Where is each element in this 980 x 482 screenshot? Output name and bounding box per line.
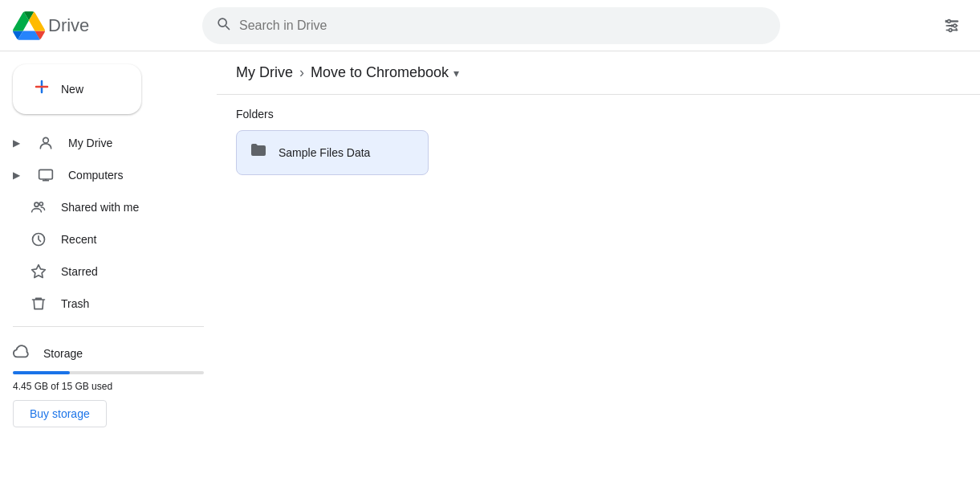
search-bar xyxy=(202,7,780,44)
expand-arrow-icon: ▶ xyxy=(13,170,20,181)
svg-point-9 xyxy=(948,19,951,22)
new-button[interactable]: New xyxy=(13,64,141,114)
sidebar-item-label: Computers xyxy=(68,169,123,182)
trash-icon xyxy=(29,296,48,312)
sidebar: New ▶ My Drive ▶ Computer xyxy=(0,51,217,482)
storage-used-text: 4.45 GB of 15 GB used xyxy=(13,381,204,392)
folder-card[interactable]: Sample Files Data xyxy=(236,130,429,175)
sidebar-item-my-drive[interactable]: ▶ My Drive xyxy=(0,127,204,159)
breadcrumb-dropdown-icon: ▾ xyxy=(453,67,459,80)
computers-icon xyxy=(36,167,55,183)
main-content: My Drive › Move to Chromebook ▾ Folders … xyxy=(217,51,980,482)
sidebar-item-label: Recent xyxy=(61,233,96,246)
sidebar-divider xyxy=(13,326,204,327)
body: New ▶ My Drive ▶ Computer xyxy=(0,51,980,482)
breadcrumb: My Drive › Move to Chromebook ▾ xyxy=(217,51,980,95)
breadcrumb-parent[interactable]: My Drive xyxy=(236,64,293,81)
content-area: Folders Sample Files Data xyxy=(217,95,980,188)
sidebar-item-computers[interactable]: ▶ Computers xyxy=(0,159,204,191)
breadcrumb-current[interactable]: Move to Chromebook ▾ xyxy=(311,64,459,81)
svg-point-18 xyxy=(35,202,39,206)
app-title: Drive xyxy=(48,15,89,36)
plus-icon xyxy=(32,77,51,101)
my-drive-icon xyxy=(36,135,55,151)
storage-title: Storage xyxy=(43,347,83,360)
new-button-label: New xyxy=(61,83,83,96)
header: Drive xyxy=(0,0,980,51)
storage-section: Storage 4.45 GB of 15 GB used Buy storag… xyxy=(0,333,217,437)
storage-bar-background xyxy=(13,371,204,374)
sidebar-item-label: Trash xyxy=(61,297,89,310)
clock-icon xyxy=(29,231,48,247)
sidebar-item-label: My Drive xyxy=(68,137,112,149)
svg-point-11 xyxy=(949,28,952,31)
buy-storage-button[interactable]: Buy storage xyxy=(13,400,107,427)
search-input[interactable] xyxy=(239,18,767,33)
breadcrumb-separator: › xyxy=(299,64,304,81)
star-icon xyxy=(29,263,48,280)
svg-point-19 xyxy=(39,202,43,206)
svg-point-14 xyxy=(43,137,49,143)
storage-label: Storage xyxy=(13,343,204,363)
drive-logo-icon xyxy=(13,10,45,42)
storage-bar-fill xyxy=(13,371,70,374)
shared-icon xyxy=(29,199,48,215)
breadcrumb-current-label: Move to Chromebook xyxy=(311,64,449,81)
filter-icon xyxy=(943,17,961,35)
sidebar-item-recent[interactable]: Recent xyxy=(0,223,204,255)
logo-area: Drive xyxy=(13,10,189,42)
cloud-icon xyxy=(13,343,30,363)
sidebar-item-trash[interactable]: Trash xyxy=(0,288,204,320)
sidebar-item-label: Starred xyxy=(61,265,98,278)
sidebar-item-starred[interactable]: Starred xyxy=(0,255,204,288)
folder-name: Sample Files Data xyxy=(279,146,370,159)
folders-section-label: Folders xyxy=(236,108,961,120)
sidebar-item-label: Shared with me xyxy=(61,201,139,214)
svg-point-10 xyxy=(954,24,957,27)
folder-icon xyxy=(250,141,269,165)
filter-button[interactable] xyxy=(937,10,967,41)
search-icon xyxy=(215,15,231,35)
svg-rect-15 xyxy=(39,170,53,179)
sidebar-item-shared-with-me[interactable]: Shared with me xyxy=(0,191,204,223)
expand-arrow-icon: ▶ xyxy=(13,137,20,149)
